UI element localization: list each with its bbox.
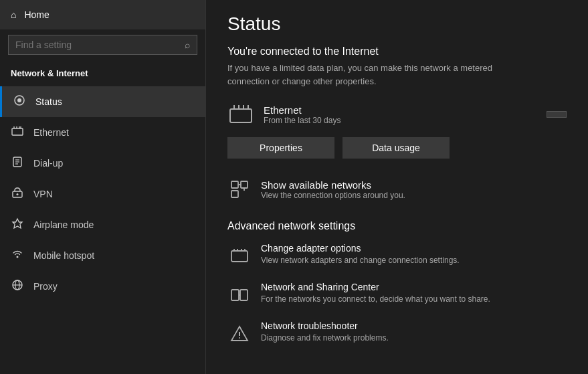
adapter-sub: View network adapters and change connect… (261, 256, 460, 265)
svg-rect-32 (231, 290, 239, 300)
sharing-sub: For the networks you connect to, decide … (261, 294, 490, 304)
sidebar-item-dialup-label: Dial-up (33, 158, 63, 169)
svg-point-36 (239, 337, 240, 339)
sidebar-item-vpn-label: VPN (33, 189, 53, 199)
sidebar-item-ethernet-label: Ethernet (33, 127, 69, 138)
svg-point-13 (17, 256, 19, 258)
advanced-section-heading: Advanced network settings (227, 220, 567, 232)
search-container: ⌕ (0, 29, 205, 63)
airplane-icon (11, 217, 24, 232)
advanced-item-adapter[interactable]: Change adapter options View network adap… (227, 243, 567, 268)
status-icon (13, 94, 26, 109)
ethernet-name: Ethernet (264, 104, 340, 116)
sidebar-section-title: Network & Internet (0, 63, 205, 86)
sidebar-home-button[interactable]: ⌂ Home (0, 0, 205, 29)
sidebar-item-vpn[interactable]: VPN (0, 179, 205, 209)
available-networks-title: Show available networks (261, 179, 405, 191)
sidebar-item-ethernet[interactable]: Ethernet (0, 117, 205, 148)
ethernet-data-badge (547, 111, 567, 118)
sidebar-item-hotspot-label: Mobile hotspot (33, 250, 94, 261)
sharing-text: Network and Sharing Center For the netwo… (261, 282, 490, 304)
sidebar-item-status-label: Status (35, 96, 62, 107)
sidebar: ⌂ Home ⌕ Network & Internet Status (0, 0, 206, 374)
connected-text: You're connected to the Internet (227, 45, 567, 58)
adapter-text: Change adapter options View network adap… (261, 243, 460, 265)
ethernet-text: Ethernet From the last 30 days (264, 104, 340, 125)
hotspot-icon (11, 248, 24, 263)
proxy-icon (11, 279, 24, 294)
show-available-networks[interactable]: Show available networks View the connect… (227, 177, 567, 201)
svg-rect-17 (230, 109, 252, 122)
sidebar-item-status[interactable]: Status (0, 86, 205, 117)
sidebar-item-proxy-label: Proxy (33, 281, 58, 292)
adapter-title: Change adapter options (261, 243, 460, 254)
troubleshooter-icon (227, 322, 252, 346)
advanced-item-troubleshooter[interactable]: Network troubleshooter Diagnose and fix … (227, 320, 567, 346)
available-networks-icon (227, 177, 252, 201)
sidebar-item-airplane-label: Airplane mode (33, 219, 94, 230)
svg-point-12 (17, 193, 19, 195)
svg-rect-33 (240, 290, 248, 300)
available-networks-text: Show available networks View the connect… (261, 179, 405, 200)
data-usage-button[interactable]: Data usage (342, 137, 450, 159)
sidebar-item-hotspot[interactable]: Mobile hotspot (0, 240, 205, 271)
home-icon: ⌂ (11, 9, 16, 20)
available-networks-sub: View the connection options around you. (261, 191, 405, 200)
svg-point-1 (17, 98, 21, 102)
ethernet-card: Ethernet From the last 30 days (227, 101, 567, 128)
svg-rect-22 (231, 181, 238, 188)
ethernet-card-icon (227, 101, 254, 128)
svg-rect-2 (12, 128, 23, 135)
main-content: Status You're connected to the Internet … (206, 0, 588, 374)
sharing-title: Network and Sharing Center (261, 282, 490, 292)
properties-button[interactable]: Properties (227, 137, 334, 159)
sidebar-item-dialup[interactable]: Dial-up (0, 148, 205, 179)
ethernet-sub: From the last 30 days (264, 116, 340, 125)
troubleshooter-text: Network troubleshooter Diagnose and fix … (261, 320, 389, 343)
action-buttons: Properties Data usage (227, 137, 567, 159)
search-input[interactable] (15, 39, 185, 50)
status-description: If you have a limited data plan, you can… (227, 62, 508, 88)
troubleshooter-sub: Diagnose and fix network problems. (261, 333, 389, 343)
svg-rect-23 (241, 181, 248, 188)
troubleshooter-title: Network troubleshooter (261, 320, 389, 331)
sharing-icon (227, 283, 252, 307)
sidebar-item-proxy[interactable]: Proxy (0, 271, 205, 302)
svg-rect-27 (231, 251, 248, 262)
sidebar-home-label: Home (24, 9, 49, 20)
dialup-icon (11, 156, 24, 171)
search-box: ⌕ (8, 35, 197, 55)
svg-rect-24 (231, 191, 238, 197)
vpn-icon (11, 187, 24, 201)
ethernet-icon (11, 125, 24, 140)
adapter-icon (227, 244, 252, 268)
search-icon[interactable]: ⌕ (185, 39, 190, 50)
sidebar-item-airplane[interactable]: Airplane mode (0, 209, 205, 240)
page-title: Status (227, 13, 567, 35)
advanced-item-sharing[interactable]: Network and Sharing Center For the netwo… (227, 282, 567, 307)
